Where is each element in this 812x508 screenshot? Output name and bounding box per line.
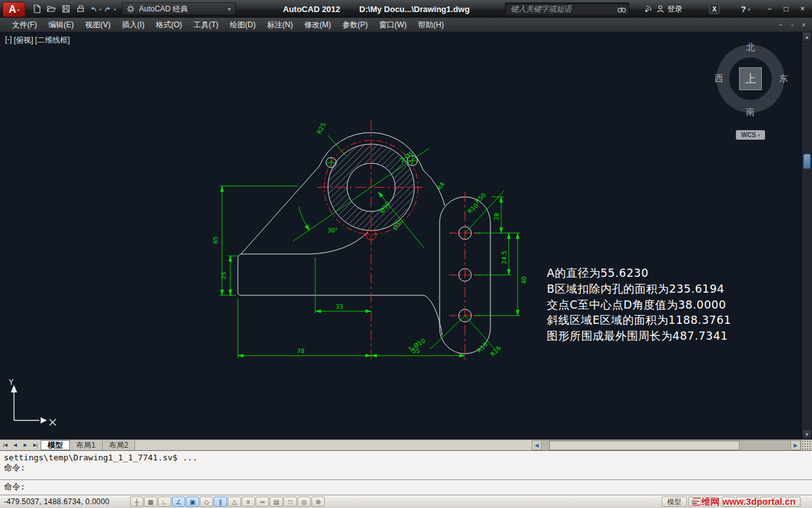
toggle-lineweight[interactable]: ═	[256, 497, 269, 507]
toggle-transparency[interactable]: ▤	[270, 497, 283, 507]
login-label: 登录	[667, 4, 683, 15]
plot-button[interactable]	[73, 2, 88, 16]
wcs-selector[interactable]: WCS ▾	[736, 130, 765, 140]
command-window[interactable]: settings\temp\Drawing1_1_1_7741.sv$ ... …	[0, 450, 812, 495]
save-floppy-icon	[61, 4, 71, 14]
doc-minimize-button[interactable]: −	[776, 22, 786, 29]
viewport-menu-button[interactable]: [-]	[5, 35, 12, 46]
quick-access-toolbar: ▾ ▾	[29, 2, 117, 16]
toggle-snap[interactable]: ┼	[130, 497, 143, 507]
vertical-scroll-thumb[interactable]	[803, 154, 811, 169]
horizontal-scrollbar[interactable]: ◀ ▶	[532, 440, 801, 450]
command-history-prompt: 命令:	[4, 463, 808, 473]
chevron-down-icon[interactable]: ▾	[99, 7, 101, 11]
doc-close-button[interactable]: ×	[799, 22, 809, 29]
menu-edit[interactable]: 编辑(E)	[43, 18, 79, 32]
toggle-polar[interactable]: ∠	[172, 497, 185, 507]
application-menu-button[interactable]: A ▾	[3, 2, 25, 17]
toggle-osnap-3d[interactable]: ◇	[200, 497, 213, 507]
horizontal-scroll-thumb[interactable]	[549, 441, 740, 450]
menu-window[interactable]: 窗口(W)	[374, 18, 412, 32]
close-button[interactable]: ×	[794, 3, 811, 15]
menu-view[interactable]: 视图(V)	[79, 18, 116, 32]
toggle-osnap[interactable]: ▣	[186, 497, 199, 507]
open-button[interactable]	[44, 2, 58, 16]
command-prompt[interactable]: 命令:	[0, 480, 812, 494]
login-button[interactable]: 登录	[656, 4, 683, 15]
viewport-view-button[interactable]: [俯视]	[14, 35, 34, 46]
tab-layout2[interactable]: 布局2	[103, 440, 136, 450]
help-button[interactable]: ? ▾	[741, 4, 750, 14]
menu-help[interactable]: 帮助(H)	[412, 18, 450, 32]
menu-parametric[interactable]: 参数(P)	[337, 18, 374, 32]
compass-east[interactable]: 东	[779, 73, 788, 84]
search-binoculars-icon[interactable]	[617, 5, 626, 13]
toggle-selection-cycling[interactable]: ◎	[298, 497, 311, 507]
resize-grip[interactable]	[801, 440, 812, 450]
menu-tools[interactable]: 工具(T)	[188, 18, 224, 32]
compass-north[interactable]: 北	[746, 42, 755, 53]
annotation-scale-value: 1:1	[740, 498, 750, 505]
search-input[interactable]	[505, 3, 629, 15]
vertical-scrollbar[interactable]: ▲ ▼	[801, 32, 812, 439]
tab-model[interactable]: 模型	[41, 440, 70, 450]
toggle-dyn[interactable]: ≡	[242, 497, 255, 507]
menu-file[interactable]: 文件(F)	[6, 18, 43, 32]
menu-insert[interactable]: 插入(I)	[116, 18, 150, 32]
cad-drawing-canvas[interactable]: 65 25 33 78 55 24.5 40 28 30° R25 2-Ø5 Ø…	[0, 32, 812, 439]
workspace-select[interactable]: AutoCAD 经典 ▼	[122, 3, 236, 15]
tab-layout1[interactable]: 布局1	[70, 440, 103, 450]
dim-78: 78	[297, 347, 304, 354]
toggle-grid[interactable]: ▦	[144, 497, 157, 507]
vertical-scroll-track[interactable]	[802, 42, 812, 429]
scroll-right-icon[interactable]: ▶	[790, 440, 801, 450]
annotation-visibility-button[interactable]: ◎	[722, 497, 735, 507]
toggle-quick-properties[interactable]: □	[284, 497, 297, 507]
exchange-apps-button[interactable]: X	[709, 4, 719, 14]
viewport-visual-style-button[interactable]: [二维线框]	[35, 35, 70, 46]
model-space-viewport[interactable]: [-] [俯视] [二维线框]	[0, 32, 812, 439]
menu-dimension[interactable]: 标注(N)	[261, 18, 299, 32]
viewcube-top[interactable]: 上	[739, 67, 762, 90]
scroll-up-icon[interactable]: ▲	[802, 32, 812, 42]
save-button[interactable]	[58, 2, 73, 16]
menu-draw[interactable]: 绘图(D)	[224, 18, 261, 32]
autocad-logo: A	[9, 4, 16, 15]
quick-view-layouts-button[interactable]: ▦	[688, 497, 701, 507]
minimize-button[interactable]: −	[761, 3, 778, 15]
compass-south[interactable]: 南	[746, 107, 755, 118]
chevron-down-icon[interactable]: ▾	[114, 7, 115, 11]
tab-prev-button[interactable]: ◀	[10, 440, 20, 450]
toggle-annotation-monitor[interactable]: ⊕	[311, 497, 325, 507]
model-space-button[interactable]: 模型	[662, 497, 687, 507]
lock-ui-button[interactable]: ⊕	[774, 497, 787, 507]
maximize-button[interactable]: □	[778, 3, 794, 15]
tab-first-button[interactable]: |◀	[0, 440, 10, 450]
scroll-left-icon[interactable]: ◀	[532, 440, 542, 450]
workspace-switching-button[interactable]: ▣	[760, 497, 773, 507]
new-button[interactable]	[29, 2, 44, 16]
navigation-compass[interactable]: 北 南 西 东 上	[716, 42, 785, 116]
quick-view-drawings-button[interactable]: ▤	[702, 497, 715, 507]
menu-format[interactable]: 格式(O)	[150, 18, 188, 32]
toggle-ducs[interactable]: △	[228, 497, 241, 507]
scroll-down-icon[interactable]: ▼	[802, 429, 812, 439]
tab-last-button[interactable]: ▶|	[30, 440, 41, 450]
annotation-scale-button[interactable]: 1:1 ▾	[736, 497, 759, 507]
dim-24-5: 24.5	[501, 251, 508, 264]
printer-icon	[75, 4, 86, 14]
horizontal-scroll-track[interactable]	[542, 440, 790, 450]
dim-r16: R16	[489, 344, 502, 358]
toggle-otrack[interactable]: ∥	[214, 497, 227, 507]
command-history-line: settings\temp\Drawing1_1_1_7741.sv$ ...	[4, 453, 808, 463]
redo-button[interactable]: ▾	[102, 2, 117, 16]
doc-restore-button[interactable]: ▫	[787, 22, 797, 29]
undo-button[interactable]: ▾	[88, 2, 102, 16]
status-menu-button[interactable]: ▼	[788, 497, 801, 507]
communication-center-icon[interactable]	[644, 4, 653, 13]
redo-icon	[103, 4, 113, 14]
compass-west[interactable]: 西	[714, 73, 723, 84]
toggle-ortho[interactable]: ∟	[158, 497, 171, 507]
menu-modify[interactable]: 修改(M)	[299, 18, 337, 32]
tab-next-button[interactable]: ▶	[20, 440, 30, 450]
